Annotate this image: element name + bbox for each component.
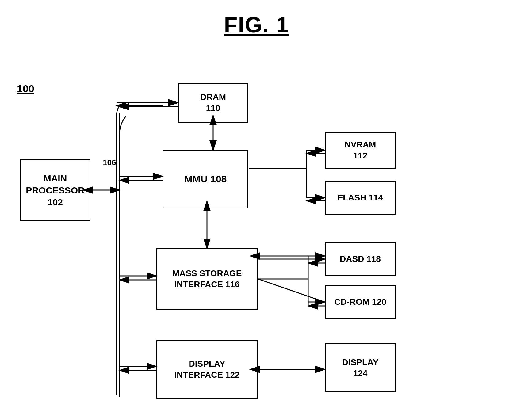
page-title: FIG. 1 <box>0 12 513 37</box>
diagram-svg <box>0 55 513 420</box>
svg-line-17 <box>258 279 324 302</box>
diagram: 100 MAIN PROCESSOR 102 DRAM 110 MMU 108 … <box>0 55 513 420</box>
